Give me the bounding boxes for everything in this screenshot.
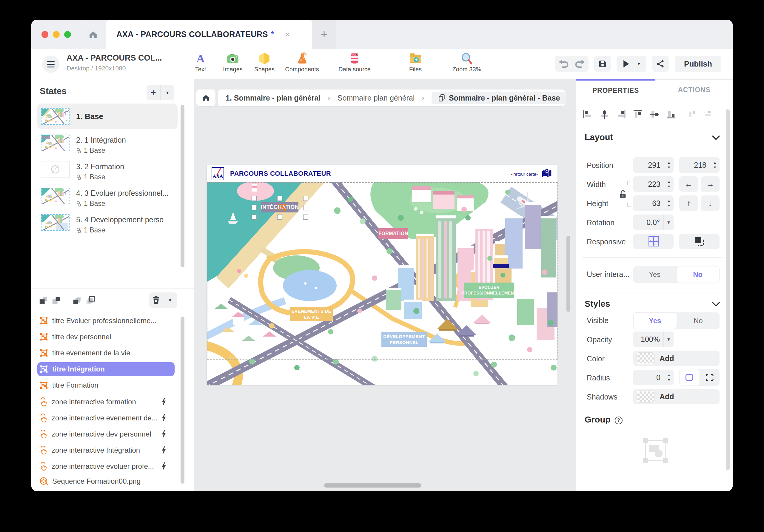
- layer-row-sequence-png[interactable]: Sequence Formation00.png: [37, 474, 175, 488]
- canvas-vertical-scrollbar[interactable]: [566, 236, 570, 312]
- state-item-base[interactable]: 1. Base: [37, 103, 178, 129]
- tab-properties[interactable]: PROPERTIES: [576, 80, 655, 100]
- tool-text[interactable]: A Text: [184, 52, 217, 77]
- send-backward-icon[interactable]: [38, 295, 49, 306]
- home-tab[interactable]: [80, 20, 106, 49]
- publish-button[interactable]: Publish: [675, 56, 721, 72]
- height-input[interactable]: 63 ▲ ▼: [633, 195, 673, 211]
- breadcrumb-current[interactable]: Sommaire - plan général - Base: [432, 91, 566, 104]
- interaction-no[interactable]: No: [676, 266, 720, 283]
- align-bottom-icon[interactable]: [667, 110, 676, 119]
- maximize-window-button[interactable]: [64, 31, 71, 38]
- stepper-down-icon[interactable]: ▼: [667, 185, 671, 188]
- close-tab-icon[interactable]: ×: [285, 30, 290, 39]
- zone-label-developpement[interactable]: DÉVELOPPEMENT PERSONNEL: [381, 332, 427, 347]
- layer-row-zone-evoluer[interactable]: zone interractive evoluer profe...: [37, 459, 175, 473]
- chevron-down-icon[interactable]: [712, 302, 720, 307]
- visible-no[interactable]: No: [677, 312, 720, 329]
- radius-all-corners-button[interactable]: [679, 369, 700, 386]
- tab-actions[interactable]: ACTIONS: [655, 80, 733, 100]
- zone-label-formation[interactable]: FORMATION: [378, 228, 408, 239]
- breadcrumb-screen[interactable]: 1. Sommaire - plan général: [226, 94, 320, 102]
- stepper-down-icon[interactable]: ▼: [713, 166, 717, 169]
- state-thumbnail[interactable]: [41, 108, 70, 125]
- distribute-vertical-icon[interactable]: [703, 110, 713, 119]
- redo-icon[interactable]: [574, 59, 586, 69]
- layer-row-titre-dev[interactable]: titre dev personnel: [37, 330, 175, 344]
- position-x-input[interactable]: 291 ▲ ▼: [633, 157, 673, 173]
- properties-scrollbar[interactable]: [726, 109, 730, 470]
- tool-images[interactable]: Images: [216, 52, 249, 77]
- align-top-icon[interactable]: [633, 110, 643, 119]
- zone-label-evoluer[interactable]: EVOLUER PROFESSIONNELLEMENT: [464, 282, 514, 298]
- responsive-scale-button[interactable]: [633, 234, 673, 249]
- opacity-input[interactable]: 100% ▾: [633, 331, 673, 347]
- stepper-up-icon[interactable]: ▲: [713, 161, 717, 164]
- tool-files[interactable]: Files: [399, 52, 432, 77]
- add-state-button[interactable]: +: [146, 85, 160, 100]
- stepper-down-icon[interactable]: ▼: [667, 166, 671, 169]
- selection-handle-s[interactable]: [277, 215, 282, 220]
- breadcrumb-home-button[interactable]: [196, 89, 216, 106]
- width-input[interactable]: 223 ▲ ▼: [633, 176, 673, 192]
- state-item-developpement[interactable]: 5. 4 Developpement perso 1 Base: [37, 214, 178, 236]
- nudge-right-button[interactable]: →: [701, 176, 719, 192]
- layers-scrollbar[interactable]: [181, 317, 184, 484]
- radius-input[interactable]: 0 ▲ ▼: [633, 370, 673, 385]
- undo-icon[interactable]: [558, 59, 570, 69]
- close-window-button[interactable]: [42, 31, 48, 38]
- send-to-back-icon[interactable]: [72, 295, 83, 306]
- selection-handle-nw[interactable]: [252, 196, 257, 201]
- tool-shapes[interactable]: Shapes: [248, 52, 281, 77]
- responsive-pin-button[interactable]: [679, 234, 719, 249]
- selection-handle-e[interactable]: [303, 205, 308, 210]
- share-button[interactable]: [652, 56, 669, 72]
- new-tab-button[interactable]: +: [312, 20, 336, 49]
- canvas-horizontal-scrollbar[interactable]: [324, 483, 421, 487]
- breadcrumb-group[interactable]: Sommaire plan général: [337, 94, 415, 102]
- project-tab[interactable]: AXA - PARCOURS COLLABORATEURS * ×: [106, 20, 312, 49]
- selection-handle-sw[interactable]: [252, 215, 257, 220]
- position-y-input[interactable]: 218 ▲ ▼: [679, 157, 719, 173]
- interaction-yes[interactable]: Yes: [633, 266, 676, 283]
- visible-yes[interactable]: Yes: [633, 312, 677, 329]
- layer-row-zone-evenement[interactable]: zone interractive evenement de...: [37, 411, 175, 425]
- states-scrollbar[interactable]: [181, 105, 184, 267]
- stepper-up-icon[interactable]: ▲: [667, 373, 671, 377]
- radius-each-corner-button[interactable]: [700, 369, 720, 386]
- distribute-horizontal-icon[interactable]: [687, 110, 697, 119]
- selection-handle-se[interactable]: [303, 215, 308, 220]
- color-add-button[interactable]: Add: [633, 351, 719, 366]
- zone-label-evenements[interactable]: ÉVÈNEMENTS DE LA VIE: [290, 307, 333, 321]
- tool-data-source[interactable]: Data source: [338, 52, 371, 77]
- layer-row-titre-evenement[interactable]: titre evenement de la vie: [37, 346, 175, 360]
- selection-handle-n[interactable]: [277, 196, 282, 201]
- play-options-caret[interactable]: ▾: [638, 61, 640, 67]
- layer-row-titre-formation[interactable]: titre Formation: [37, 378, 175, 392]
- tool-components[interactable]: Components: [286, 52, 318, 77]
- tool-zoom[interactable]: Zoom 33%: [447, 52, 486, 77]
- align-center-vertical-icon[interactable]: [650, 110, 659, 119]
- bring-to-front-icon[interactable]: [85, 295, 96, 306]
- minimize-window-button[interactable]: [53, 31, 60, 38]
- isometric-map[interactable]: INTÉGRATION FORMATION ÉVÈNEMENTS DE LA V…: [207, 182, 557, 385]
- layer-row-titre-integration[interactable]: titre Intégration: [37, 362, 175, 376]
- window-controls[interactable]: [42, 31, 71, 38]
- aspect-lock[interactable]: [620, 180, 632, 208]
- lay-row-zone-integration[interactable]: zone interractive Intégration: [37, 443, 175, 457]
- stepper-up-icon[interactable]: ▲: [667, 180, 671, 184]
- align-center-horizontal-icon[interactable]: [600, 110, 609, 119]
- chevron-down-icon[interactable]: [712, 135, 720, 140]
- states-menu-caret[interactable]: ▾: [161, 85, 174, 100]
- selection-handle-ne[interactable]: [303, 196, 308, 201]
- state-item-formation[interactable]: ∅ 3. 2 Formation 1 Base: [37, 161, 178, 183]
- stepper-up-icon[interactable]: ▲: [667, 199, 671, 203]
- save-button[interactable]: [594, 56, 611, 72]
- layer-row-zone-formation[interactable]: zone interractive formation: [37, 395, 175, 409]
- stepper-down-icon[interactable]: ▼: [667, 378, 671, 382]
- align-right-icon[interactable]: [616, 110, 626, 119]
- selection-handle-w[interactable]: [252, 205, 257, 210]
- rotation-input[interactable]: 0.0° ▾: [633, 215, 673, 230]
- layer-row-titre-evoluer[interactable]: titre Evoluer professionnelleme...: [37, 314, 175, 328]
- canvas-area[interactable]: 1. Sommaire - plan général › Sommaire pl…: [194, 80, 576, 491]
